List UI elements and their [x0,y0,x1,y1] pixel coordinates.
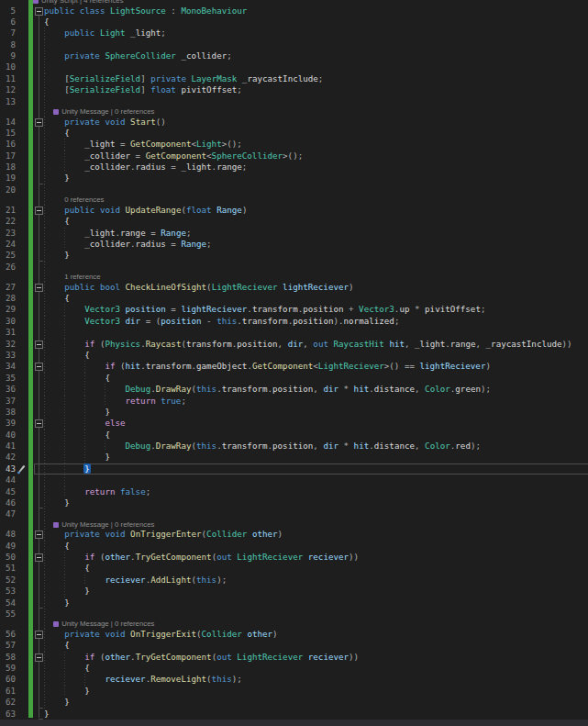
code-line[interactable]: 46 } [0,497,588,508]
code-text[interactable]: else [44,418,126,429]
code-text[interactable]: } [44,464,90,475]
code-line[interactable]: 62 } [0,697,588,708]
code-line[interactable]: 27 public bool CheckLineOfSight(LightRec… [0,282,588,293]
line-number[interactable]: 15 [0,128,16,139]
code-text[interactable]: { [44,17,50,28]
line-number[interactable]: 28 [0,293,16,304]
code-line[interactable]: 37 return true; [0,396,588,407]
code-text[interactable]: _collider.radius = Range; [44,239,212,250]
line-number[interactable]: 20 [0,184,16,195]
line-number[interactable]: 54 [0,598,16,609]
codelens-row[interactable]: Unity Message | 0 references [0,107,588,117]
codelens-row[interactable]: Unity Message | 0 references [0,520,588,530]
line-number[interactable]: 58 [0,652,16,663]
line-number[interactable]: 41 [0,441,16,452]
code-line[interactable]: 53 } [0,586,588,597]
code-line[interactable]: 16 _light = GetComponent<Light>(); [0,139,588,150]
code-line[interactable]: 22 { [0,216,588,227]
code-line[interactable]: 51 { [0,563,588,574]
code-editor[interactable]: Unity Script | 4 references5public class… [0,0,588,726]
fold-collapse-toggle[interactable] [35,419,43,428]
line-number[interactable]: 5 [0,6,16,17]
code-text[interactable]: Vector3 dir = (position - this.transform… [44,316,399,327]
fold-collapse-toggle[interactable] [35,341,43,349]
line-number[interactable]: 53 [0,586,16,597]
line-number[interactable]: 32 [0,339,16,350]
code-line[interactable]: 13 [0,96,588,107]
code-text[interactable]: { [44,541,70,552]
line-number[interactable]: 59 [0,663,16,674]
code-line[interactable]: 42 } [0,452,588,463]
fold-collapse-toggle[interactable] [35,284,43,292]
line-number[interactable]: 21 [0,205,16,216]
code-line[interactable]: 6{ [0,17,588,28]
code-line[interactable]: 17 _collider = GetComponent<SphereCollid… [0,151,588,162]
code-line[interactable]: 32 if (Physics.Raycast(transform.positio… [0,339,588,350]
code-text[interactable]: return true; [44,396,186,407]
code-line[interactable]: 50 if (other.TryGetComponent(out LightRe… [0,552,588,563]
code-line[interactable]: 41 Debug.DrawRay(this.transform.position… [0,441,588,452]
line-number[interactable]: 10 [0,61,16,73]
code-text[interactable]: private void OnTriggerEnter(Collider oth… [44,529,283,540]
code-line[interactable]: 30 Vector3 dir = (position - this.transf… [0,316,588,327]
line-number[interactable]: 39 [0,418,16,429]
code-area[interactable]: Unity Script | 4 references5public class… [0,0,588,720]
line-number[interactable]: 44 [0,475,16,486]
code-text[interactable]: } [44,697,70,708]
line-number[interactable]: 46 [0,497,16,508]
code-text[interactable]: public class LightSource : MonoBehaviour [44,6,247,17]
code-text[interactable]: reciever.RemoveLight(this); [44,674,242,685]
fold-collapse-toggle[interactable] [35,207,43,215]
code-text[interactable]: } [44,586,90,597]
line-number[interactable]: 6 [0,17,16,28]
code-line[interactable]: 14 private void Start() [0,117,588,128]
code-text[interactable]: Debug.DrawRay(this.transform.position, d… [44,384,491,395]
line-number[interactable]: 31 [0,327,16,338]
code-line[interactable]: 36 Debug.DrawRay(this.transform.position… [0,384,588,395]
codelens-row[interactable]: 1 reference [0,273,588,282]
line-number[interactable]: 56 [0,629,16,640]
code-line[interactable]: 43 } [0,464,588,475]
code-text[interactable]: } [44,598,70,609]
code-line[interactable]: 44 [0,475,588,486]
line-number[interactable]: 36 [0,384,16,395]
codelens-label[interactable]: 1 reference [64,273,100,282]
code-line[interactable]: 15 { [0,128,588,139]
fold-collapse-toggle[interactable] [35,631,43,639]
line-number[interactable]: 50 [0,552,16,563]
line-number[interactable]: 51 [0,563,16,574]
code-text[interactable]: } [44,250,70,261]
line-number[interactable]: 61 [0,686,16,697]
codelens-label[interactable]: Unity Message | 0 references [53,620,154,629]
line-number[interactable]: 45 [0,486,16,497]
code-text[interactable]: { [44,350,90,361]
line-number[interactable]: 9 [0,50,16,61]
line-number[interactable]: 27 [0,282,16,293]
code-line[interactable]: 29 Vector3 position = lightReciever.tran… [0,304,588,315]
codelens-row[interactable]: Unity Message | 0 references [0,620,588,629]
code-text[interactable]: { [44,430,110,441]
code-line[interactable]: 20 [0,184,588,195]
code-line[interactable]: 26 [0,262,588,273]
code-text[interactable]: public void UpdateRange(float Range) [44,205,247,216]
fold-collapse-toggle[interactable] [35,553,43,562]
line-number[interactable]: 25 [0,250,16,261]
line-number[interactable]: 11 [0,73,16,84]
code-line[interactable]: 38 } [0,407,588,418]
line-number[interactable]: 34 [0,361,16,372]
code-text[interactable]: } [44,173,70,184]
line-number[interactable]: 14 [0,117,16,128]
code-text[interactable]: _collider.radius = _light.range; [44,162,247,173]
line-number[interactable]: 49 [0,541,16,552]
line-number[interactable]: 19 [0,173,16,184]
code-text[interactable]: _light = GetComponent<Light>(); [44,139,242,150]
code-text[interactable]: return false; [44,486,150,497]
line-number[interactable]: 47 [0,508,16,519]
code-text[interactable]: _collider = GetComponent<SphereCollider>… [44,151,303,162]
code-text[interactable]: public bool CheckLineOfSight(LightReciev… [44,282,354,293]
line-number[interactable]: 7 [0,28,16,39]
line-number[interactable]: 52 [0,575,16,586]
code-line[interactable]: 18 _collider.radius = _light.range; [0,162,588,173]
code-line[interactable]: 8 [0,39,588,50]
line-number[interactable]: 23 [0,228,16,239]
